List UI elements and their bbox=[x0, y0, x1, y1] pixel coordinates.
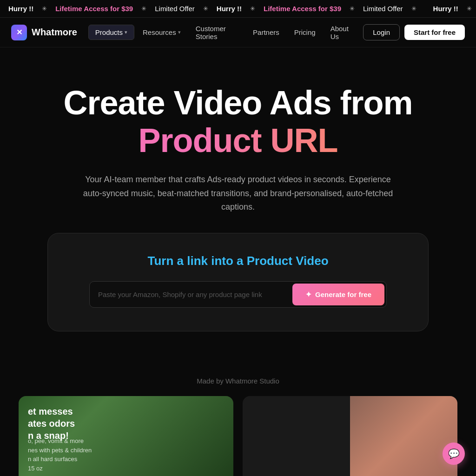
url-input[interactable] bbox=[90, 283, 291, 306]
video-card-subtext: o, pee, vomit & morenes with pets & chil… bbox=[28, 436, 92, 473]
chat-bubble-button[interactable]: 💬 bbox=[443, 443, 465, 465]
logo-area[interactable]: ✕ Whatmore bbox=[11, 25, 77, 40]
ticker-item-1: Hurry !! ✳ Lifetime Access for $39 ✳ Lim… bbox=[0, 5, 425, 13]
ticker-limited-1: Limited Offer bbox=[155, 5, 195, 13]
nav-right: Login Start for free bbox=[363, 24, 465, 40]
ticker-star-2: ✳ bbox=[141, 5, 146, 12]
video-card-right bbox=[243, 396, 457, 476]
ticker-star-5: ✳ bbox=[350, 5, 355, 12]
ticker-hurry-1: Hurry !! bbox=[8, 5, 33, 13]
hero-title-line1: Create Video Ads from bbox=[19, 85, 457, 121]
ticker-star-7: ✳ bbox=[467, 5, 472, 12]
chat-icon: 💬 bbox=[448, 448, 460, 459]
nav-item-resources[interactable]: Resources ▾ bbox=[136, 25, 187, 40]
cta-title-colored: Product Video bbox=[247, 254, 329, 268]
ticker-star-3: ✳ bbox=[203, 5, 208, 12]
navbar: ✕ Whatmore Products ▾ Resources ▾ Custom… bbox=[0, 18, 476, 47]
ticker-star-6: ✳ bbox=[411, 5, 416, 12]
ticker-track: Hurry !! ✳ Lifetime Access for $39 ✳ Lim… bbox=[0, 5, 476, 13]
video-card-right-bg bbox=[243, 396, 457, 476]
nav-item-customer-stories[interactable]: Customer Stories bbox=[189, 21, 245, 44]
nav-item-about-us[interactable]: About Us bbox=[324, 21, 360, 44]
nav-links: Products ▾ Resources ▾ Customer Stories … bbox=[88, 21, 359, 44]
video-card-left-bg: et messesates odorsn a snap! o, pee, vom… bbox=[19, 396, 233, 476]
video-right-skin-panel bbox=[350, 396, 457, 476]
logo-icon: ✕ bbox=[11, 25, 27, 40]
ticker-banner: Hurry !! ✳ Lifetime Access for $39 ✳ Lim… bbox=[0, 0, 476, 18]
hero-subtitle: Your AI-team member that crafts Ads-read… bbox=[80, 173, 396, 214]
ticker-star-4: ✳ bbox=[250, 5, 255, 12]
ticker-limited-2: Limited Offer bbox=[363, 5, 403, 13]
generate-button[interactable]: ✦ Generate for free bbox=[292, 284, 384, 305]
ticker-hurry-2: Hurry !! bbox=[217, 5, 242, 13]
ticker-lifetime-2: Lifetime Access for $39 bbox=[264, 5, 341, 13]
nav-item-partners[interactable]: Partners bbox=[246, 25, 286, 40]
ticker-star-1: ✳ bbox=[42, 5, 47, 12]
start-for-free-button[interactable]: Start for free bbox=[404, 25, 465, 40]
login-button[interactable]: Login bbox=[363, 24, 400, 40]
hero-title-line2: Product URL bbox=[19, 121, 457, 160]
ticker-hurry-3: Hurry !! bbox=[433, 5, 458, 13]
ticker-item-2: Hurry !! ✳ Lifetime Access for $39 ✳ Lim… bbox=[425, 5, 476, 13]
made-by-label: Made by Whatmore Studio bbox=[0, 355, 476, 396]
chevron-down-icon-2: ▾ bbox=[178, 29, 181, 35]
hero-section: Create Video Ads from Product URL Your A… bbox=[0, 47, 476, 355]
wand-icon: ✦ bbox=[305, 290, 311, 299]
video-card-left: et messesates odorsn a snap! o, pee, vom… bbox=[19, 396, 233, 476]
nav-item-pricing[interactable]: Pricing bbox=[288, 25, 322, 40]
chevron-down-icon: ▾ bbox=[125, 29, 127, 35]
ticker-lifetime-1: Lifetime Access for $39 bbox=[55, 5, 133, 13]
logo-text: Whatmore bbox=[32, 27, 77, 38]
nav-item-products[interactable]: Products ▾ bbox=[88, 25, 134, 40]
video-right-dark-panel bbox=[243, 396, 350, 476]
cta-box-title: Turn a link into a Product Video bbox=[66, 254, 410, 268]
cta-box: Turn a link into a Product Video ✦ Gener… bbox=[47, 233, 429, 331]
video-section: et messesates odorsn a snap! o, pee, vom… bbox=[0, 396, 476, 476]
url-input-row: ✦ Generate for free bbox=[89, 281, 387, 308]
